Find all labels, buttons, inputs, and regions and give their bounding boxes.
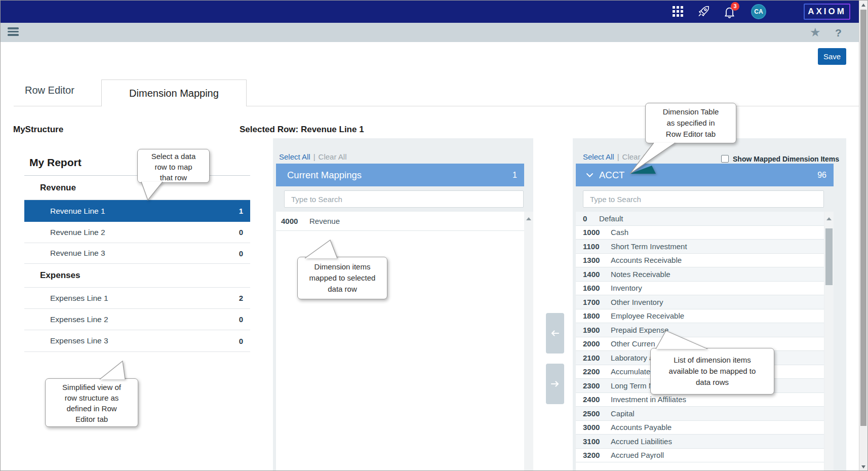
callout-tail [627,142,678,176]
notification-badge: 3 [731,2,739,11]
mapping-count: 0 [239,228,243,237]
mapping-count: 0 [239,315,243,324]
arrow-right-icon [550,380,560,388]
move-right-button[interactable] [546,364,564,404]
scroll-up-arrow-icon[interactable] [826,217,832,220]
dimension-item-row[interactable]: 1100Short Term Investment [576,240,824,254]
hamburger-menu-icon[interactable] [8,27,19,36]
row-structure-tree: Revenue Revenue Line 1 1 Revenue Line 2 … [24,175,250,352]
dimension-item-row[interactable]: 0Default [576,212,824,226]
callout-tail [137,181,168,202]
tab-row-editor[interactable]: Row Editor [25,85,74,96]
arrow-left-icon [550,329,560,337]
mapping-count: 0 [239,337,243,345]
current-mappings-panel: Select All|Clear All Current Mappings 1 … [273,138,533,471]
callout-tail [653,330,712,350]
selected-row-heading: Selected Row: Revenue Line 1 [240,125,364,135]
callout-dimension-table: Dimension Table as specified in Row Edit… [645,103,736,143]
dimension-item-row[interactable]: 1600Inventory [576,282,824,296]
mapping-count: 0 [239,249,243,258]
dimension-item-row[interactable]: 1300Accounts Receivable [576,254,824,268]
clear-all-link[interactable]: Clear All [319,152,347,161]
scroll-up-arrow-icon[interactable] [526,217,531,220]
show-mapped-checkbox[interactable] [721,155,729,163]
dimension-table-count: 96 [817,171,834,180]
page-scrollbar[interactable] [859,1,867,471]
current-mappings-title: Current Mappings [287,170,362,181]
scroll-down-arrow-icon[interactable] [861,465,865,468]
mapping-count: 2 [239,294,243,302]
dimension-item-row[interactable]: 1000Cash [576,226,824,240]
tab-dimension-mapping[interactable]: Dimension Mapping [101,80,247,106]
chevron-down-icon[interactable] [586,173,594,178]
current-mappings-scrollbar[interactable] [524,212,533,471]
rocket-icon[interactable] [697,5,711,20]
tree-row-expenses-line-2[interactable]: Expenses Line 2 0 [24,309,250,330]
select-all-link[interactable]: Select All [279,152,310,161]
dimension-item-row[interactable]: 1400Notes Receivable [576,267,824,282]
tree-row-expenses-line-3[interactable]: Expenses Line 3 0 [24,330,250,352]
callout-tail [301,240,343,259]
help-icon[interactable]: ? [835,27,842,39]
user-avatar[interactable]: CA [751,4,766,19]
select-all-link[interactable]: Select All [583,152,614,161]
favorite-star-icon[interactable]: ★ [810,25,821,40]
mapped-item-row[interactable]: 4000 Revenue [276,212,524,231]
dimension-table-panel: Select All|Clear All Show Mapped Dimensi… [573,138,846,471]
current-mappings-header: Current Mappings 1 [276,164,524,186]
structure-name: MyStructure [13,125,63,135]
dimension-table-header[interactable]: ACCT 96 [576,164,834,186]
current-mappings-count: 1 [512,171,524,180]
scrollbar-thumb[interactable] [825,228,833,285]
dimension-item-row[interactable]: 2500Capital [576,407,824,421]
current-mappings-search-input[interactable] [284,190,524,208]
apps-grid-icon[interactable] [673,6,684,19]
top-nav-bar: 3 CA AXIOM [1,1,868,23]
dimension-item-row[interactable]: 3100Accrued Liabilities [576,435,824,449]
app-window: 3 CA AXIOM ★ ? Save Row Editor Dimension… [0,0,868,471]
callout-mapped-items: Dimension items mapped to selected data … [297,257,387,299]
tree-row-expenses-line-1[interactable]: Expenses Line 1 2 [24,288,250,309]
tree-row-revenue-line-2[interactable]: Revenue Line 2 0 [24,222,250,243]
dimension-item-row[interactable]: 3000Accounts Payable [576,421,824,435]
callout-tail [97,360,129,381]
dimension-item-row[interactable]: 1700Other Inventory [576,295,824,309]
axiom-logo: AXIOM [804,4,850,20]
tree-row-revenue-line-3[interactable]: Revenue Line 3 0 [24,243,250,264]
secondary-toolbar [1,23,868,42]
scroll-up-arrow-icon[interactable] [861,4,865,7]
dimension-items-scrollbar[interactable] [824,212,834,471]
report-title: My Report [29,156,82,169]
dimension-table-search-input[interactable] [583,190,824,208]
callout-select-data-row: Select a data row to map that row [137,149,210,183]
tree-row-expenses[interactable]: Expenses [24,264,250,288]
mapping-count: 1 [239,207,243,215]
move-left-button[interactable] [546,313,564,354]
dimension-item-row[interactable]: 1800Employee Receivable [576,309,824,324]
dimension-table-title: ACCT [599,170,624,181]
dimension-item-row[interactable]: 3200Accrued Payroll [576,449,824,463]
current-mappings-links: Select All|Clear All [279,152,346,161]
callout-simplified-view: Simplified view of row structure as defi… [45,378,138,427]
scrollbar-thumb[interactable] [860,10,866,426]
dimension-item-row[interactable]: 2400Investment in Affiliates [576,393,824,407]
save-button[interactable]: Save [818,48,846,65]
callout-available-items: List of dimension items available to be … [650,348,774,395]
show-mapped-label: Show Mapped Dimension Items [733,155,839,163]
tree-row-revenue-line-1[interactable]: Revenue Line 1 1 [24,200,250,222]
